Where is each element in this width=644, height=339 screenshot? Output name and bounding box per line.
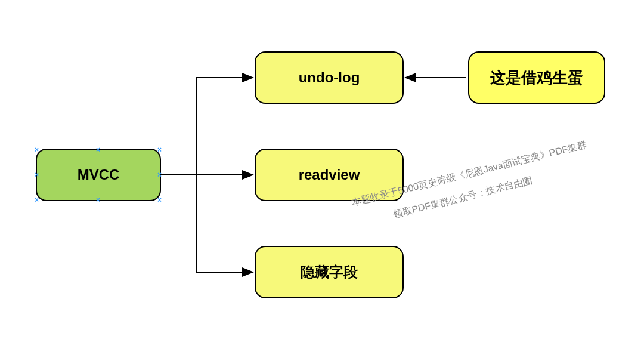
selection-handle: × <box>35 172 39 177</box>
selection-handle: × <box>96 147 101 152</box>
edge-root-to-hiddenfields <box>161 175 253 272</box>
node-readview-label: readview <box>299 167 360 183</box>
node-hiddenfields[interactable]: 隐藏字段 <box>255 246 404 298</box>
selection-handle: × <box>157 147 162 152</box>
node-undolog[interactable]: undo-log <box>255 51 404 104</box>
selection-handle: × <box>35 147 39 152</box>
selection-handle: × <box>157 172 162 177</box>
selection-handle: × <box>96 198 101 202</box>
node-annotation-label: 这是借鸡生蛋 <box>490 67 583 88</box>
node-undolog-label: undo-log <box>299 69 360 86</box>
node-mvcc-label: MVCC <box>78 167 120 183</box>
node-mvcc[interactable]: MVCC × × × × × × × × <box>36 149 161 201</box>
edge-root-to-undolog <box>161 78 253 175</box>
node-annotation[interactable]: 这是借鸡生蛋 <box>468 51 605 104</box>
node-hiddenfields-label: 隐藏字段 <box>301 263 358 282</box>
selection-handle: × <box>35 198 39 202</box>
selection-handle: × <box>157 198 162 202</box>
